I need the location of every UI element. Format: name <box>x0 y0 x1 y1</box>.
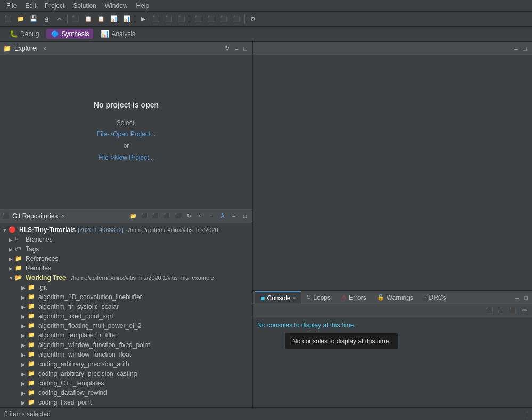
git-minimize-btn[interactable]: – <box>228 211 239 221</box>
git-maximize-btn[interactable]: □ <box>240 211 250 221</box>
toolbar-btn-15[interactable]: ⬛ <box>192 13 204 25</box>
alg4-item[interactable]: ▶ 📁 algorithm_floating_mult_power_of_2 <box>0 321 252 331</box>
menu-bar: File Edit Project Solution Window Help <box>0 0 532 12</box>
console-toolbar-btn-2[interactable]: ≡ <box>496 306 506 316</box>
git-btn-6[interactable]: ↻ <box>184 211 194 221</box>
console-tab-close[interactable]: × <box>293 295 296 301</box>
menu-project[interactable]: Project <box>40 1 69 11</box>
right-minimize-btn[interactable]: – <box>512 45 520 52</box>
console-toolbar-btn-1[interactable]: ⬛ <box>484 306 495 316</box>
alg6-icon: 📁 <box>28 341 36 349</box>
alg2-icon: 📁 <box>28 303 36 310</box>
right-maximize-btn[interactable]: □ <box>521 45 529 52</box>
console-tab-errors[interactable]: ⚠ Errors <box>336 292 372 303</box>
explorer-refresh-btn[interactable]: ↻ <box>223 44 232 52</box>
instruction-line4[interactable]: File->New Project... <box>97 152 155 164</box>
analysis-tab-label: Analysis <box>111 30 135 38</box>
cod2-arrow: ▶ <box>21 371 28 377</box>
toolbar-btn-7[interactable]: 📋 <box>83 13 94 25</box>
debug-icon: 🐛 <box>10 30 18 38</box>
toolbar-btn-1[interactable]: ⬛ <box>2 13 14 25</box>
explorer-close-btn[interactable]: × <box>42 45 48 52</box>
menu-file[interactable]: File <box>2 1 21 11</box>
toolbar-btn-10[interactable]: 📊 <box>121 13 133 25</box>
toolbar-btn-13[interactable]: ⬛ <box>163 13 175 25</box>
git-btn-7[interactable]: ↩ <box>195 211 206 221</box>
console-minimize-btn[interactable]: – <box>513 294 521 301</box>
git-btn-collapse[interactable]: ≡ <box>206 211 217 221</box>
menu-edit[interactable]: Edit <box>21 1 40 11</box>
console-tab-console[interactable]: ■ Console × <box>255 291 301 304</box>
explorer-minimize-btn[interactable]: – <box>233 44 240 52</box>
git-btn-link[interactable]: A <box>217 211 228 221</box>
cod3-item[interactable]: ▶ 📁 coding_C++_templates <box>0 378 252 388</box>
alg5-item[interactable]: ▶ 📁 algorithm_template_fir_filter <box>0 331 252 340</box>
alg7-item[interactable]: ▶ 📁 algorithm_window_function_float <box>0 350 252 359</box>
git-folder-item[interactable]: ▶ 📁 .git <box>0 283 252 292</box>
toolbar-btn-3[interactable]: 💾 <box>28 13 39 25</box>
menu-solution[interactable]: Solution <box>69 1 100 11</box>
alg6-item[interactable]: ▶ 📁 algorithm_window_function_fixed_poin… <box>0 340 252 350</box>
menu-help[interactable]: Help <box>132 1 153 11</box>
alg1-item[interactable]: ▶ 📁 algorithm_2D_convolution_linebuffer <box>0 292 252 302</box>
toolbar-btn-6[interactable]: ⬛ <box>70 13 81 25</box>
cod2-icon: 📁 <box>28 370 36 377</box>
tab-synthesis[interactable]: 🔷 Synthesis <box>46 29 93 39</box>
remotes-label: Remotes <box>26 265 51 272</box>
toolbar-btn-8[interactable]: 📋 <box>95 13 107 25</box>
toolbar-btn-4[interactable]: 🖨 <box>40 13 52 25</box>
toolbar-btn-12[interactable]: ⬛ <box>150 13 162 25</box>
toolbar-btn-17[interactable]: ⬛ <box>218 13 230 25</box>
references-item[interactable]: ▶ 📁 References <box>0 254 252 263</box>
toolbar-btn-19[interactable]: ⚙ <box>247 13 259 25</box>
alg5-arrow: ▶ <box>21 333 28 339</box>
toolbar-btn-14[interactable]: ⬛ <box>176 13 187 25</box>
git-btn-4[interactable]: ⬛ <box>161 211 172 221</box>
cod3-icon: 📁 <box>28 380 36 387</box>
cod4-item[interactable]: ▶ 📁 coding_dataflow_rewind <box>0 388 252 398</box>
drcs-tab-label: DRCs <box>429 294 446 301</box>
cod2-item[interactable]: ▶ 📁 coding_arbitrary_precision_casting <box>0 369 252 378</box>
branches-item[interactable]: ▶ ⑂ Branches <box>0 235 252 244</box>
tags-item[interactable]: ▶ 🏷 Tags <box>0 244 252 254</box>
tags-label: Tags <box>26 245 39 253</box>
menu-window[interactable]: Window <box>101 1 132 11</box>
working-tree-label: Working Tree <box>26 274 66 282</box>
instruction-line2[interactable]: File->Open Project... <box>97 129 155 141</box>
working-tree-path: · /home/aoifem/.Xilinx/vitis_hls/2020.1/… <box>68 275 214 281</box>
repo-separator: · <box>126 227 127 233</box>
toolbar-btn-9[interactable]: 📊 <box>108 13 120 25</box>
git-btn-2[interactable]: ⬛ <box>139 211 150 221</box>
toolbar-btn-16[interactable]: ⬛ <box>205 13 217 25</box>
cod1-item[interactable]: ▶ 📁 coding_arbitrary_precision_arith <box>0 359 252 369</box>
git-btn-3[interactable]: ⬛ <box>150 211 161 221</box>
alg2-item[interactable]: ▶ 📁 algorithm_fir_systolic_scalar <box>0 302 252 311</box>
console-tab-drcs[interactable]: ↑ DRCs <box>419 292 452 303</box>
console-toolbar-btn-4[interactable]: ✏ <box>519 306 530 316</box>
working-tree-arrow: ▼ <box>9 275 15 281</box>
git-close-btn[interactable]: × <box>60 212 66 220</box>
console-tab-dot: ■ <box>260 294 265 302</box>
repo-root-item[interactable]: ▼ 🔴 HLS-Tiny-Tutorials [2020.1 40688a2] … <box>0 225 252 235</box>
toolbar-btn-18[interactable]: ⬛ <box>231 13 242 25</box>
tab-analysis[interactable]: 📊 Analysis <box>95 28 141 39</box>
toolbar-btn-5[interactable]: ✂ <box>53 13 65 25</box>
cod4-arrow: ▶ <box>21 390 28 396</box>
remotes-item[interactable]: ▶ 📁 Remotes <box>0 263 252 273</box>
toolbar-btn-2[interactable]: 📁 <box>15 13 27 25</box>
toolbar-btn-11[interactable]: ▶ <box>137 13 149 25</box>
console-tab-loops[interactable]: ↻ Loops <box>301 292 336 303</box>
git-btn-5[interactable]: ⬛ <box>173 211 183 221</box>
console-panel: ■ Console × ↻ Loops ⚠ Errors 🔒 Warnings <box>253 290 532 407</box>
tab-debug[interactable]: 🐛 Debug <box>4 28 44 39</box>
instruction-line3: or <box>97 141 155 152</box>
explorer-maximize-btn[interactable]: □ <box>241 44 249 52</box>
console-maximize-btn[interactable]: □ <box>522 294 530 301</box>
console-toolbar-btn-3[interactable]: ⬛ <box>508 306 518 316</box>
console-tab-warnings[interactable]: 🔒 Warnings <box>372 292 419 303</box>
git-btn-1[interactable]: 📁 <box>128 211 138 221</box>
repo-path: /home/aoifem/.Xilinx/vitis_hls/2020 <box>128 227 218 233</box>
working-tree-item[interactable]: ▼ 📂 Working Tree · /home/aoifem/.Xilinx/… <box>0 273 252 283</box>
cod5-item[interactable]: ▶ 📁 coding_fixed_point <box>0 398 252 407</box>
alg3-item[interactable]: ▶ 📁 algorithm_fixed_point_sqrt <box>0 311 252 321</box>
